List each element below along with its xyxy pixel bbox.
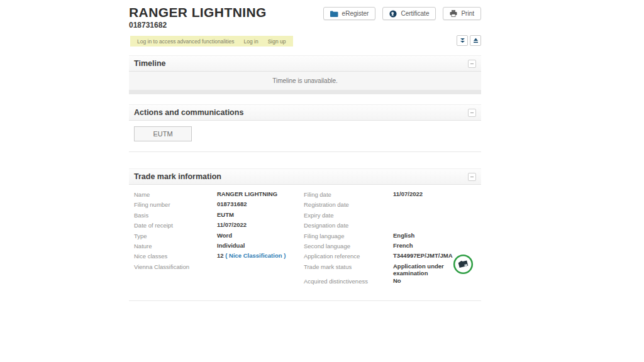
expand-controls <box>457 35 481 46</box>
field-label: Application reference <box>304 252 393 260</box>
collapse-trademark-button[interactable] <box>468 173 476 181</box>
timeline-scrollbar <box>129 90 481 94</box>
trademark-field-grid: NameRANGER LIGHTNINGFiling number0187316… <box>129 185 481 287</box>
field-row-registration-date: Registration date <box>304 200 481 211</box>
field-row-designation-date: Designation date <box>304 221 481 231</box>
field-label: Vienna Classification <box>134 263 217 270</box>
folder-icon <box>330 11 338 17</box>
field-label: Registration date <box>304 200 393 208</box>
field-row-expiry-date: Expiry date <box>304 211 481 221</box>
eregister-button[interactable]: eRegister <box>323 7 376 20</box>
nice-classification-link[interactable]: ( Nice Classification ) <box>224 252 286 259</box>
field-label: Second language <box>304 242 393 250</box>
login-link[interactable]: Log in <box>244 38 258 45</box>
trademark-info-body: NameRANGER LIGHTNINGFiling number0187316… <box>129 185 481 301</box>
trademark-info-section: Trade mark information NameRANGER LIGHTN… <box>129 168 481 301</box>
collapse-actions-button[interactable] <box>468 109 476 117</box>
trademark-section-title: Trade mark information <box>134 172 468 181</box>
field-label: Acquired distinctiveness <box>304 277 393 285</box>
field-row-acquired-distinctiveness: Acquired distinctivenessNo <box>304 277 481 287</box>
field-row-basis: BasisEUTM <box>134 211 304 221</box>
field-row-second-language: Second languageFrench <box>304 242 481 252</box>
field-value: 12 ( Nice Classification ) <box>217 252 299 260</box>
field-label: Nature <box>134 242 217 250</box>
field-row-name: NameRANGER LIGHTNING <box>134 190 304 200</box>
actions-section-header: Actions and communications <box>129 104 481 121</box>
field-value: 11/07/2022 <box>217 221 299 229</box>
eregister-label: eRegister <box>342 10 369 17</box>
field-label: Name <box>134 190 217 198</box>
print-button[interactable]: Print <box>443 7 481 20</box>
timeline-section: Timeline Timeline is unavailable. <box>129 55 481 94</box>
application-number: 018731682 <box>129 21 481 30</box>
toolbar: eRegister Certificate Print <box>323 7 481 20</box>
field-value: Individual <box>217 242 299 250</box>
field-value: No <box>393 277 464 285</box>
field-label: Basis <box>134 211 217 219</box>
expand-all-button[interactable] <box>457 35 468 46</box>
eject-up-icon <box>473 38 479 43</box>
field-row-filing-date: Filing date11/07/2022 <box>304 190 481 200</box>
timeline-empty-message: Timeline is unavailable. <box>129 72 481 90</box>
double-chevron-down-icon <box>460 38 465 43</box>
trademark-section-header: Trade mark information <box>129 168 481 185</box>
field-value: 018731682 <box>217 200 299 208</box>
certificate-label: Certificate <box>401 10 429 17</box>
eutm-tab-button[interactable]: EUTM <box>134 126 192 141</box>
field-value: Word <box>217 232 299 239</box>
field-value: English <box>393 232 464 239</box>
field-row-vienna-classification: Vienna Classification <box>134 263 304 273</box>
field-label: Nice classes <box>134 252 217 260</box>
actions-section: Actions and communications EUTM <box>129 104 481 152</box>
field-value: EUTM <box>217 211 299 219</box>
actions-body: EUTM <box>129 121 481 152</box>
field-value: 11/07/2022 <box>393 190 464 198</box>
field-label: Filing number <box>134 200 217 208</box>
timeline-section-title: Timeline <box>134 59 468 68</box>
field-label: Expiry date <box>304 211 393 219</box>
page-header: RANGER LIGHTNING 018731682 eRegister Cer… <box>129 0 481 35</box>
trademark-detail-page: RANGER LIGHTNING 018731682 eRegister Cer… <box>129 0 481 55</box>
field-label: Filing language <box>304 232 393 239</box>
login-banner: Log in to access advanced functionalitie… <box>130 36 293 47</box>
actions-section-title: Actions and communications <box>134 108 468 117</box>
field-label: Trade mark status <box>304 263 393 270</box>
field-value: RANGER LIGHTNING <box>217 190 299 198</box>
field-label: Filing date <box>304 190 393 198</box>
print-label: Print <box>461 10 474 17</box>
banner-message: Log in to access advanced functionalitie… <box>137 38 235 45</box>
seal-icon <box>389 10 397 18</box>
timeline-section-header: Timeline <box>129 55 481 72</box>
field-value: French <box>393 242 464 250</box>
collapse-all-button[interactable] <box>470 35 481 46</box>
collapse-timeline-button[interactable] <box>468 60 476 68</box>
certificate-button[interactable]: Certificate <box>382 7 436 20</box>
field-row-filing-number: Filing number018731682 <box>134 200 304 211</box>
field-label: Date of receipt <box>134 221 217 229</box>
signup-link[interactable]: Sign up <box>268 38 286 45</box>
field-label: Type <box>134 232 217 239</box>
field-row-nature: NatureIndividual <box>134 242 304 252</box>
field-row-nice-classes: Nice classes12 ( Nice Classification ) <box>134 252 304 262</box>
banner-row: Log in to access advanced functionalitie… <box>129 35 481 55</box>
field-label: Designation date <box>304 221 393 229</box>
examination-status-icon <box>453 254 474 277</box>
field-row-filing-language: Filing languageEnglish <box>304 232 481 242</box>
field-row-date-of-receipt: Date of receipt11/07/2022 <box>134 221 304 231</box>
field-row-type: TypeWord <box>134 232 304 242</box>
trademark-fields-left-column: NameRANGER LIGHTNINGFiling number0187316… <box>134 190 304 287</box>
printer-icon <box>450 10 457 17</box>
